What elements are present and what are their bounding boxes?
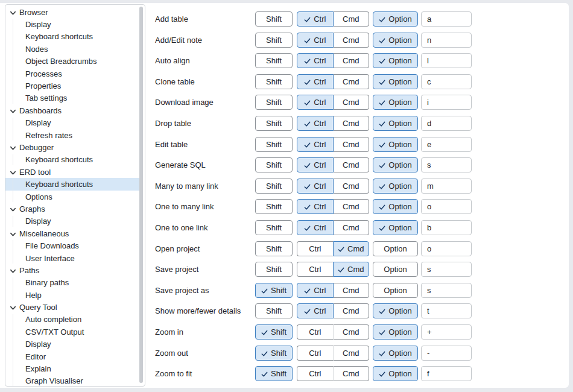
shortcut-key-input[interactable] xyxy=(421,241,472,256)
cmd-toggle[interactable]: Cmd xyxy=(334,179,370,194)
shift-toggle[interactable]: Shift xyxy=(255,179,293,194)
option-toggle[interactable]: Option xyxy=(373,53,418,68)
cmd-toggle[interactable]: Cmd xyxy=(334,53,370,68)
option-toggle[interactable]: Option xyxy=(373,157,418,172)
tree-item-query-tool-auto-completion[interactable]: Auto completion xyxy=(5,314,139,326)
chevron-down-icon[interactable] xyxy=(10,144,16,151)
shift-toggle[interactable]: Shift xyxy=(255,199,293,214)
cmd-toggle[interactable]: Cmd xyxy=(334,220,370,235)
option-toggle[interactable]: Option xyxy=(373,262,418,277)
cmd-toggle[interactable]: Cmd xyxy=(334,11,370,27)
tree-item-erd-tool-options[interactable]: Options xyxy=(5,191,139,203)
cmd-toggle[interactable]: Cmd xyxy=(334,95,370,110)
tree-group-paths[interactable]: Paths xyxy=(5,264,139,276)
option-toggle[interactable]: Option xyxy=(373,220,418,235)
tree-item-browser-nodes[interactable]: Nodes xyxy=(5,43,139,55)
tree-scrollbar-thumb[interactable] xyxy=(139,7,143,383)
ctrl-toggle[interactable]: Ctrl xyxy=(297,199,334,214)
ctrl-toggle[interactable]: Ctrl xyxy=(297,262,333,277)
option-toggle[interactable]: Option xyxy=(373,179,418,194)
tree-group-debugger[interactable]: Debugger xyxy=(5,141,139,153)
shortcut-key-input[interactable] xyxy=(421,33,472,48)
chevron-down-icon[interactable] xyxy=(10,267,16,274)
tree-item-dashboards-refresh-rates[interactable]: Refresh rates xyxy=(5,129,139,141)
tree-item-query-tool-graph-visualiser[interactable]: Graph Visualiser xyxy=(5,375,139,387)
tree-group-query-tool[interactable]: Query Tool xyxy=(5,301,139,313)
option-toggle[interactable]: Option xyxy=(373,33,418,48)
option-toggle[interactable]: Option xyxy=(373,11,418,27)
ctrl-toggle[interactable]: Ctrl xyxy=(297,33,334,48)
option-toggle[interactable]: Option xyxy=(373,346,418,361)
cmd-toggle[interactable]: Cmd xyxy=(334,116,370,131)
shortcut-key-input[interactable] xyxy=(421,303,472,318)
cmd-toggle[interactable]: Cmd xyxy=(334,33,370,48)
shift-toggle[interactable]: Shift xyxy=(255,220,293,235)
ctrl-toggle[interactable]: Ctrl xyxy=(297,346,333,361)
ctrl-toggle[interactable]: Ctrl xyxy=(297,366,333,381)
shortcut-key-input[interactable] xyxy=(421,95,472,110)
shift-toggle[interactable]: Shift xyxy=(255,303,293,318)
option-toggle[interactable]: Option xyxy=(373,241,418,256)
shortcut-key-input[interactable] xyxy=(421,220,472,235)
shift-toggle[interactable]: Shift xyxy=(255,366,293,381)
cmd-toggle[interactable]: Cmd xyxy=(333,324,370,340)
shortcut-key-input[interactable] xyxy=(421,53,472,68)
shortcut-key-input[interactable] xyxy=(421,11,472,27)
ctrl-toggle[interactable]: Ctrl xyxy=(297,53,334,68)
cmd-toggle[interactable]: Cmd xyxy=(333,366,370,381)
cmd-toggle[interactable]: Cmd xyxy=(334,199,370,214)
ctrl-toggle[interactable]: Ctrl xyxy=(297,74,334,89)
cmd-toggle[interactable]: Cmd xyxy=(333,262,370,277)
shift-toggle[interactable]: Shift xyxy=(255,95,293,110)
ctrl-toggle[interactable]: Ctrl xyxy=(297,220,334,235)
cmd-toggle[interactable]: Cmd xyxy=(334,74,370,89)
option-toggle[interactable]: Option xyxy=(373,199,418,214)
tree-item-browser-keyboard-shortcuts[interactable]: Keyboard shortcuts xyxy=(5,31,139,43)
shift-toggle[interactable]: Shift xyxy=(255,346,293,361)
shortcut-key-input[interactable] xyxy=(421,262,472,277)
tree-item-miscellaneous-user-interface[interactable]: User Interface xyxy=(5,252,139,264)
option-toggle[interactable]: Option xyxy=(373,74,418,89)
cmd-toggle[interactable]: Cmd xyxy=(334,137,370,152)
ctrl-toggle[interactable]: Ctrl xyxy=(297,241,333,256)
tree-item-browser-object-breadcrumbs[interactable]: Object Breadcrumbs xyxy=(5,55,139,68)
tree-group-miscellaneous[interactable]: Miscellaneous xyxy=(5,227,139,239)
cmd-toggle[interactable]: Cmd xyxy=(333,241,370,256)
shift-toggle[interactable]: Shift xyxy=(255,11,293,27)
shortcut-key-input[interactable] xyxy=(421,324,472,340)
ctrl-toggle[interactable]: Ctrl xyxy=(297,324,333,340)
chevron-down-icon[interactable] xyxy=(10,107,16,114)
shift-toggle[interactable]: Shift xyxy=(255,137,293,152)
tree-item-query-tool-editor[interactable]: Editor xyxy=(5,350,139,362)
tree-group-browser[interactable]: Browser xyxy=(5,6,139,18)
shift-toggle[interactable]: Shift xyxy=(255,33,293,48)
option-toggle[interactable]: Option xyxy=(373,137,418,152)
ctrl-toggle[interactable]: Ctrl xyxy=(297,303,334,318)
shift-toggle[interactable]: Shift xyxy=(255,157,293,172)
shortcut-key-input[interactable] xyxy=(421,346,472,361)
tree-item-miscellaneous-file-downloads[interactable]: File Downloads xyxy=(5,239,139,251)
ctrl-toggle[interactable]: Ctrl xyxy=(297,95,334,110)
shift-toggle[interactable]: Shift xyxy=(255,324,293,340)
ctrl-toggle[interactable]: Ctrl xyxy=(297,179,334,194)
tree-item-query-tool-display[interactable]: Display xyxy=(5,338,139,350)
shortcut-key-input[interactable] xyxy=(421,366,472,381)
shortcut-key-input[interactable] xyxy=(421,157,472,172)
tree-group-dashboards[interactable]: Dashboards xyxy=(5,104,139,116)
shift-toggle[interactable]: Shift xyxy=(255,53,293,68)
tree-item-query-tool-csv-txt-output[interactable]: CSV/TXT Output xyxy=(5,326,139,338)
tree-item-browser-properties[interactable]: Properties xyxy=(5,80,139,92)
shortcut-key-input[interactable] xyxy=(421,283,472,298)
tree-item-browser-tab-settings[interactable]: Tab settings xyxy=(5,92,139,104)
chevron-down-icon[interactable] xyxy=(10,304,16,311)
tree-item-graphs-display[interactable]: Display xyxy=(5,215,139,227)
cmd-toggle[interactable]: Cmd xyxy=(334,303,370,318)
chevron-down-icon[interactable] xyxy=(10,230,16,237)
shortcut-key-input[interactable] xyxy=(421,199,472,214)
ctrl-toggle[interactable]: Ctrl xyxy=(297,283,334,298)
tree-item-debugger-keyboard-shortcuts[interactable]: Keyboard shortcuts xyxy=(5,154,139,166)
tree-group-graphs[interactable]: Graphs xyxy=(5,203,139,215)
cmd-toggle[interactable]: Cmd xyxy=(334,283,370,298)
shortcut-key-input[interactable] xyxy=(421,116,472,131)
tree-item-dashboards-display[interactable]: Display xyxy=(5,117,139,129)
